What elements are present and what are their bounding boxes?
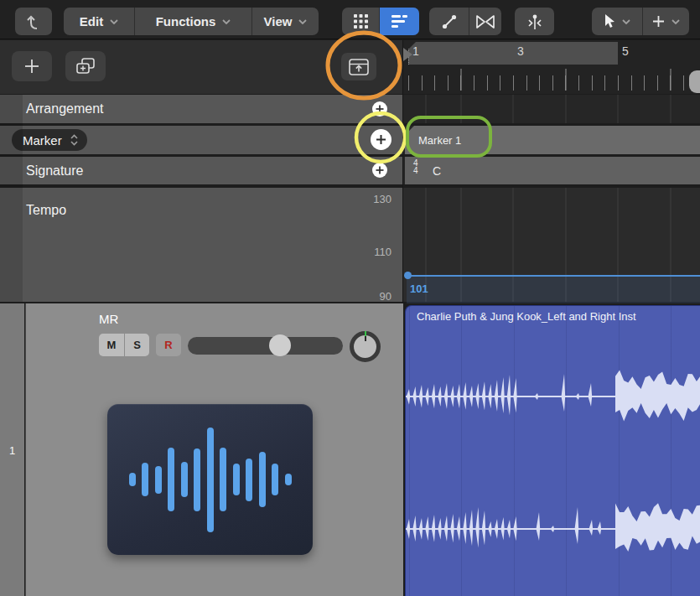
- add-arrangement-marker-button[interactable]: [372, 101, 387, 117]
- waveform-icon: [246, 459, 252, 501]
- functions-menu-button[interactable]: Functions: [134, 8, 251, 35]
- track-number-column: 1: [0, 303, 24, 596]
- add-icon: [23, 58, 40, 75]
- tempo-scale-value: 130: [341, 193, 391, 205]
- ruler-bar-number: 3: [517, 44, 524, 58]
- marker-selector-label: Marker: [23, 133, 62, 148]
- add-circle-icon: [376, 166, 384, 174]
- add-global-track-button[interactable]: [12, 51, 52, 81]
- track-number: 1: [0, 444, 24, 457]
- menu-bar: Edit Functions View: [64, 8, 319, 35]
- waveform-icon: [181, 462, 188, 497]
- waveform-icon: [155, 466, 162, 494]
- grid-view-icon: [354, 14, 368, 29]
- functions-menu-label: Functions: [156, 14, 216, 29]
- chevron-down-icon: [298, 19, 307, 24]
- flex-button[interactable]: [469, 8, 501, 35]
- stepper-icon: [70, 134, 79, 146]
- tempo-value: 101: [410, 282, 428, 295]
- audio-region-title: Charlie Puth & Jung Kook_Left and Right …: [417, 310, 636, 323]
- signature-lane[interactable]: 4 4 C: [403, 157, 700, 184]
- tempo-scale-value: 110: [341, 246, 391, 258]
- waveform-icon: [272, 464, 278, 495]
- flex-icon: [475, 14, 495, 29]
- add-marker-button[interactable]: [371, 129, 391, 150]
- grid-view-button[interactable]: [342, 8, 379, 35]
- waveform-icon: [194, 448, 200, 511]
- chevron-down-icon: [671, 19, 680, 24]
- duplicate-icon: [75, 56, 96, 76]
- add-signature-button[interactable]: [372, 163, 387, 178]
- record-enable-button[interactable]: R: [156, 334, 181, 356]
- playhead-handle[interactable]: [689, 70, 700, 93]
- ruler-bar-ticks: [408, 69, 700, 91]
- tempo-lane[interactable]: 101: [403, 188, 700, 302]
- tempo-scale-value: 90: [341, 290, 391, 303]
- mute-button[interactable]: M: [99, 334, 124, 356]
- waveform-icon: [129, 473, 136, 486]
- signature-track-header: Signature: [0, 157, 403, 184]
- duplicate-track-button[interactable]: [65, 51, 106, 81]
- global-tracks-left-strip: [0, 95, 23, 302]
- split-at-playhead-icon: [525, 13, 545, 31]
- header-content-divider: [402, 40, 403, 303]
- tracks-view-button[interactable]: [379, 8, 419, 35]
- edit-menu-button[interactable]: Edit: [64, 8, 134, 35]
- tempo-curve-line[interactable]: [407, 275, 700, 277]
- arrangement-lane[interactable]: [403, 95, 700, 123]
- signature-denominator: 4: [413, 167, 418, 174]
- volume-slider[interactable]: [188, 337, 343, 355]
- global-tracks-header: [0, 40, 403, 94]
- secondary-tool-button[interactable]: [642, 8, 689, 35]
- automation-flex-switch: [429, 8, 501, 35]
- audio-waveform: [406, 306, 700, 596]
- chevron-down-icon: [622, 19, 630, 24]
- view-mode-switch: [342, 8, 419, 35]
- add-circle-icon: [376, 105, 384, 113]
- bar-ruler[interactable]: 1 3 5: [403, 40, 700, 94]
- edit-menu-label: Edit: [80, 14, 103, 29]
- signature-region[interactable]: 4 4 C: [405, 157, 700, 184]
- automation-button[interactable]: [429, 8, 469, 35]
- mute-solo-group: M S: [99, 334, 149, 356]
- signature-label: Signature: [26, 163, 84, 179]
- marker-track-selector[interactable]: Marker: [12, 129, 87, 151]
- track-header[interactable]: MR M S R: [25, 303, 403, 596]
- pan-knob[interactable]: [350, 331, 381, 362]
- add-circle-icon: [376, 134, 386, 145]
- waveform-icon: [285, 474, 292, 485]
- ruler-highlight-band: [408, 42, 618, 65]
- open-window-icon: [348, 58, 370, 76]
- volume-slider-thumb[interactable]: [269, 334, 291, 356]
- tempo-point[interactable]: [404, 272, 412, 279]
- toolbar: Edit Functions View: [0, 0, 700, 39]
- ruler-bar-number: 1: [412, 44, 419, 58]
- pointer-tool-button[interactable]: [592, 8, 642, 35]
- tool-menus: [592, 8, 689, 35]
- logic-pro-global-tracks-window: Edit Functions View: [0, 0, 700, 596]
- chevron-down-icon: [222, 19, 231, 24]
- view-menu-label: View: [264, 14, 293, 29]
- waveform-icon: [168, 448, 174, 511]
- solo-button[interactable]: S: [124, 334, 149, 356]
- waveform-icon: [142, 463, 148, 496]
- tempo-track-header: Tempo 130 110 90: [0, 188, 403, 302]
- audio-region[interactable]: Charlie Puth & Jung Kook_Left and Right …: [405, 305, 700, 596]
- waveform-icon: [259, 452, 266, 507]
- marker-lane[interactable]: Marker 1: [403, 126, 700, 154]
- marker-region[interactable]: Marker 1: [405, 126, 700, 154]
- chevron-down-icon: [110, 19, 118, 24]
- track-name: MR: [99, 312, 118, 326]
- marker-track-header: Marker: [0, 126, 403, 154]
- view-menu-button[interactable]: View: [251, 8, 319, 35]
- open-global-tracks-window-button[interactable]: [341, 53, 376, 80]
- key-signature: C: [433, 164, 441, 178]
- tracks-view-icon: [391, 15, 407, 28]
- waveform-icon: [207, 428, 214, 532]
- arrangement-track-header: Arrangement: [0, 95, 403, 123]
- pencil-plus-tool-icon: [652, 15, 665, 28]
- track-icon[interactable]: [107, 404, 313, 555]
- back-button[interactable]: [15, 8, 52, 35]
- ruler-bar-number: 5: [622, 44, 629, 58]
- split-at-playhead-button[interactable]: [515, 8, 554, 35]
